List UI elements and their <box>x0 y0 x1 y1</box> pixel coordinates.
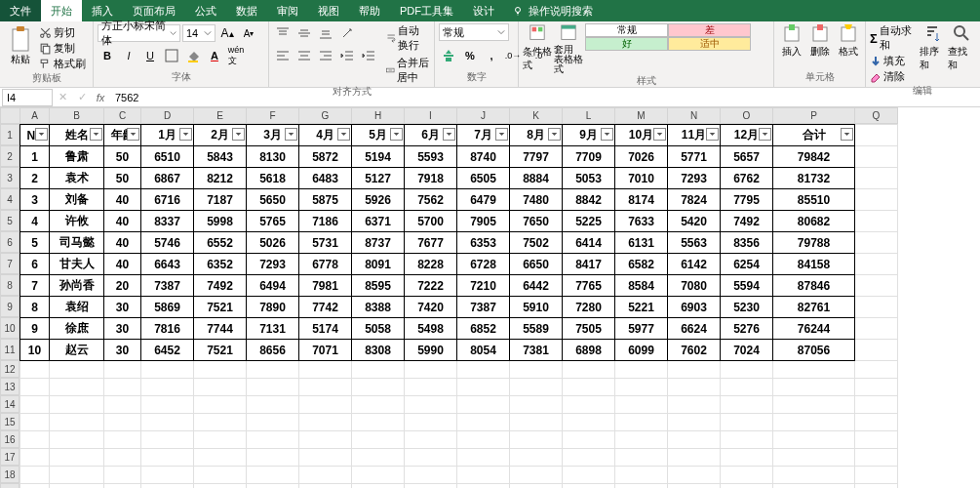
format-painter-button[interactable]: 格式刷 <box>39 57 86 71</box>
cell[interactable] <box>405 484 457 489</box>
cell[interactable] <box>20 361 50 379</box>
cell[interactable] <box>352 449 405 467</box>
table-cell[interactable]: 8130 <box>247 146 299 168</box>
row-header[interactable]: 8 <box>0 274 20 296</box>
table-cell[interactable]: 6371 <box>352 211 405 232</box>
column-header[interactable]: H <box>352 108 405 124</box>
column-header[interactable]: G <box>299 108 352 124</box>
cell[interactable] <box>194 449 247 467</box>
table-cell[interactable]: 刘备 <box>50 189 104 211</box>
table-cell[interactable]: 8174 <box>615 189 668 211</box>
table-cell[interactable]: 7816 <box>141 318 194 340</box>
table-cell[interactable]: 5657 <box>721 146 773 168</box>
table-header-cell[interactable]: 3月 <box>247 125 299 146</box>
table-cell[interactable]: 鲁肃 <box>50 146 104 168</box>
table-cell[interactable]: 司马懿 <box>50 232 104 254</box>
table-header-cell[interactable]: 11月 <box>668 125 721 146</box>
cell[interactable] <box>668 431 721 449</box>
table-cell[interactable]: 7562 <box>405 189 457 211</box>
cell[interactable] <box>510 449 563 467</box>
fill-color-button[interactable] <box>183 46 203 65</box>
style-bad[interactable]: 差 <box>668 23 751 37</box>
table-cell[interactable]: 5771 <box>668 146 721 168</box>
table-cell[interactable]: 5746 <box>141 232 194 254</box>
table-cell[interactable]: 5276 <box>721 318 773 340</box>
row-header[interactable]: 2 <box>0 145 20 167</box>
cell[interactable] <box>668 396 721 414</box>
cell[interactable] <box>615 467 668 484</box>
cell[interactable] <box>405 396 457 414</box>
table-cell[interactable]: 袁绍 <box>50 297 104 318</box>
table-cell[interactable]: 9 <box>20 318 50 340</box>
tab-file[interactable]: 文件 <box>0 0 41 21</box>
table-cell[interactable]: 8 <box>20 297 50 318</box>
cell[interactable] <box>563 431 615 449</box>
table-header-cell[interactable]: 9月 <box>563 125 615 146</box>
table-cell[interactable]: 40 <box>104 254 141 275</box>
find-select-button[interactable]: 查找和 <box>948 23 974 72</box>
table-cell[interactable]: 8228 <box>405 254 457 275</box>
table-cell[interactable]: 6762 <box>721 168 773 189</box>
cell[interactable] <box>855 379 898 396</box>
table-cell[interactable]: 7905 <box>457 211 510 232</box>
table-cell[interactable]: 5700 <box>405 211 457 232</box>
cell[interactable] <box>615 431 668 449</box>
sort-filter-button[interactable]: 排序和 <box>920 23 946 72</box>
comma-button[interactable]: , <box>482 46 501 65</box>
row-header[interactable]: 5 <box>0 210 20 231</box>
table-cell[interactable]: 8656 <box>247 340 299 361</box>
table-cell[interactable]: 5650 <box>247 189 299 211</box>
table-cell[interactable]: 30 <box>104 340 141 361</box>
table-cell[interactable]: 6852 <box>457 318 510 340</box>
cell[interactable] <box>855 297 898 318</box>
table-cell[interactable]: 5498 <box>405 318 457 340</box>
table-cell[interactable]: 7709 <box>563 146 615 168</box>
table-cell[interactable]: 5910 <box>510 297 563 318</box>
cell[interactable] <box>20 449 50 467</box>
cell[interactable] <box>855 484 898 489</box>
table-cell[interactable]: 8417 <box>563 254 615 275</box>
cell[interactable] <box>457 449 510 467</box>
table-cell[interactable]: 82761 <box>773 297 855 318</box>
cell[interactable] <box>457 467 510 484</box>
table-cell[interactable]: 8388 <box>352 297 405 318</box>
table-cell[interactable]: 6254 <box>721 254 773 275</box>
cell[interactable] <box>668 361 721 379</box>
cell[interactable] <box>299 414 352 431</box>
cell[interactable] <box>20 379 50 396</box>
table-cell[interactable]: 7 <box>20 275 50 297</box>
cell[interactable] <box>352 484 405 489</box>
table-cell[interactable]: 7381 <box>510 340 563 361</box>
currency-button[interactable] <box>439 46 458 65</box>
table-header-cell[interactable]: 1月 <box>141 125 194 146</box>
table-cell[interactable]: 5053 <box>563 168 615 189</box>
align-center-button[interactable] <box>294 46 314 65</box>
cell[interactable] <box>247 414 299 431</box>
table-cell[interactable]: 5589 <box>510 318 563 340</box>
table-cell[interactable]: 7186 <box>299 211 352 232</box>
column-header[interactable]: O <box>721 108 773 124</box>
table-cell[interactable]: 7187 <box>194 189 247 211</box>
table-cell[interactable]: 5869 <box>141 297 194 318</box>
table-header-cell[interactable]: 2月 <box>194 125 247 146</box>
filter-arrow-icon[interactable] <box>390 128 403 141</box>
filter-arrow-icon[interactable] <box>841 128 853 141</box>
table-cell[interactable]: 6442 <box>510 275 563 297</box>
cell[interactable] <box>510 361 563 379</box>
cell[interactable] <box>50 396 104 414</box>
table-cell[interactable]: 50 <box>104 146 141 168</box>
table-cell[interactable]: 孙尚香 <box>50 275 104 297</box>
phonetic-button[interactable]: wén文 <box>226 46 246 65</box>
table-cell[interactable]: 8842 <box>563 189 615 211</box>
table-cell[interactable]: 7824 <box>668 189 721 211</box>
cell[interactable] <box>668 414 721 431</box>
table-cell[interactable]: 8884 <box>510 168 563 189</box>
table-header-cell[interactable]: 年龄 <box>104 125 141 146</box>
column-header[interactable]: L <box>563 108 615 124</box>
table-cell[interactable]: 7387 <box>141 275 194 297</box>
cell[interactable] <box>247 484 299 489</box>
table-cell[interactable]: 81732 <box>773 168 855 189</box>
table-cell[interactable]: 5058 <box>352 318 405 340</box>
table-header-cell[interactable]: 合计 <box>773 125 855 146</box>
cell[interactable] <box>563 396 615 414</box>
